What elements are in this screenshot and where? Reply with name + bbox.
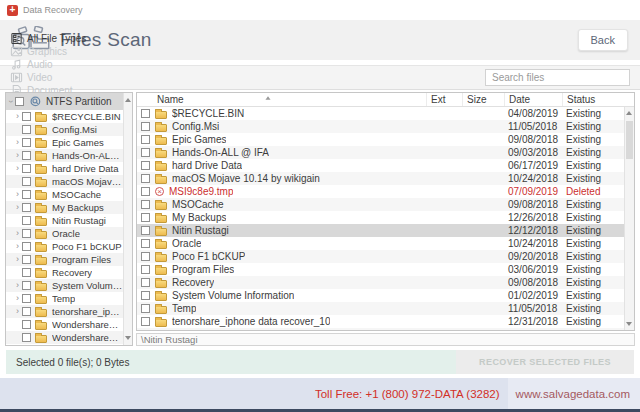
tree-item[interactable]: Nitin Rustagi [6, 214, 123, 227]
row-checkbox[interactable] [141, 239, 150, 248]
row-checkbox[interactable] [141, 109, 150, 118]
row-checkbox[interactable] [141, 304, 150, 313]
tree-item[interactable]: › System Volume ... [6, 279, 123, 292]
tree-item[interactable]: › MSOCache [6, 188, 123, 201]
filter-audio[interactable]: Audio [10, 58, 86, 71]
table-row[interactable]: Recovery 09/08/2018 Existing [137, 276, 634, 289]
chevron-right-icon[interactable]: › [13, 229, 22, 238]
tree-item[interactable]: › tenorshare_iph... [6, 305, 123, 318]
row-checkbox[interactable] [141, 174, 150, 183]
tree-item-checkbox[interactable] [22, 255, 31, 264]
tree-item-root[interactable]: › NTFS Partition [6, 93, 123, 110]
chevron-right-icon[interactable]: › [13, 255, 22, 264]
chevron-right-icon[interactable]: › [13, 307, 22, 316]
row-checkbox[interactable] [141, 291, 150, 300]
scroll-down-icon[interactable] [125, 336, 131, 340]
table-row[interactable]: Temp 11/05/2018 Existing [137, 302, 634, 315]
tree-item-checkbox[interactable] [22, 125, 31, 134]
chevron-right-icon[interactable]: › [13, 203, 22, 212]
tree-item-checkbox[interactable] [22, 294, 31, 303]
tree-item[interactable]: macOS Mojave ... [6, 175, 123, 188]
table-row[interactable]: × MSI9c8e9.tmp 07/09/2019 Deleted [137, 185, 634, 198]
row-checkbox[interactable] [141, 122, 150, 131]
table-row[interactable]: tenorshare_iphone data recover_10 12/31/… [137, 315, 634, 328]
tree-item-checkbox[interactable] [15, 97, 24, 106]
row-checkbox[interactable] [141, 252, 150, 261]
tree-item[interactable]: › Oracle [6, 227, 123, 240]
row-checkbox[interactable] [141, 161, 150, 170]
table-row[interactable]: $RECYCLE.BIN 04/08/2019 Existing [137, 107, 634, 120]
tree-item[interactable]: › My Backups [6, 201, 123, 214]
row-checkbox[interactable] [141, 278, 150, 287]
row-checkbox[interactable] [141, 226, 150, 235]
chevron-right-icon[interactable]: › [13, 281, 22, 290]
table-row[interactable] [137, 328, 634, 330]
tree-item-checkbox[interactable] [22, 216, 31, 225]
tree-item-checkbox[interactable] [22, 268, 31, 277]
chevron-right-icon[interactable]: › [13, 138, 22, 147]
recover-selected-files-button[interactable]: RECOVER SELECTED FILES [456, 350, 634, 374]
row-checkbox[interactable] [141, 148, 150, 157]
row-checkbox[interactable] [141, 200, 150, 209]
chevron-right-icon[interactable]: › [13, 164, 22, 173]
scroll-down-icon[interactable] [626, 322, 632, 326]
table-scrollbar[interactable] [624, 107, 634, 330]
sidebar-scrollbar[interactable] [123, 93, 132, 345]
chevron-down-icon[interactable]: › [6, 97, 15, 106]
tree-item-checkbox[interactable] [22, 333, 31, 342]
chevron-right-icon[interactable]: › [13, 151, 22, 160]
filter-graphics[interactable]: Graphics [10, 45, 86, 58]
column-header-size[interactable]: Size [462, 93, 504, 106]
tree-item[interactable]: › hard Drive Data [6, 162, 123, 175]
tree-item-checkbox[interactable] [22, 164, 31, 173]
table-row[interactable]: Oracle 10/24/2018 Existing [137, 237, 634, 250]
row-checkbox[interactable] [141, 317, 150, 326]
table-row[interactable]: System Volume Information 01/02/2019 Exi… [137, 289, 634, 302]
tree-item-checkbox[interactable] [22, 112, 31, 121]
tree-item[interactable]: Recovery [6, 266, 123, 279]
chevron-right-icon[interactable]: › [13, 294, 22, 303]
tree-item-checkbox[interactable] [22, 138, 31, 147]
column-header-status[interactable]: Status [562, 93, 624, 106]
website-link[interactable]: www.salvagedata.com [508, 378, 640, 409]
filter-video[interactable]: Video [10, 71, 86, 84]
tree-item[interactable]: Wondershare_D... [6, 331, 123, 344]
tree-item-checkbox[interactable] [22, 242, 31, 251]
column-header-ext[interactable]: Ext [426, 93, 462, 106]
table-row[interactable]: Poco F1 bCKUP 09/20/2018 Existing [137, 250, 634, 263]
current-path-field[interactable]: \Nitin Rustagi [136, 333, 635, 346]
table-row[interactable]: Nitin Rustagi 12/12/2018 Existing [137, 224, 634, 237]
row-checkbox[interactable] [141, 187, 150, 196]
tree-item[interactable]: › Program Files [6, 253, 123, 266]
tree-item[interactable]: Config.Msi [6, 123, 123, 136]
back-button[interactable]: Back [578, 29, 628, 51]
table-row[interactable]: Epic Games 09/08/2018 Existing [137, 133, 634, 146]
table-row[interactable]: hard Drive Data 06/17/2019 Existing [137, 159, 634, 172]
scrollbar-thumb[interactable] [626, 121, 633, 159]
tree-item[interactable]: › Temp [6, 292, 123, 305]
tree-item[interactable]: › Poco F1 bCKUP [6, 240, 123, 253]
tree-item[interactable]: Wondershare_D... [6, 318, 123, 331]
tree-item-checkbox[interactable] [22, 203, 31, 212]
table-row[interactable]: Config.Msi 11/05/2018 Existing [137, 120, 634, 133]
tree-item-checkbox[interactable] [22, 229, 31, 238]
chevron-right-icon[interactable]: › [13, 242, 22, 251]
filter-all-file-types[interactable]: All File Types [10, 32, 86, 45]
tree-item-checkbox[interactable] [22, 151, 31, 160]
scroll-up-icon[interactable] [125, 98, 131, 102]
tree-item[interactable]: › $RECYCLE.BIN [6, 110, 123, 123]
tree-item-checkbox[interactable] [22, 320, 31, 329]
tree-item[interactable]: › Hands-On-ALL ... [6, 149, 123, 162]
table-row[interactable]: Program Files 03/06/2019 Existing [137, 263, 634, 276]
scroll-up-icon[interactable] [626, 111, 632, 115]
tree-item[interactable]: › Epic Games [6, 136, 123, 149]
tree-item-checkbox[interactable] [22, 190, 31, 199]
tree-item-checkbox[interactable] [22, 307, 31, 316]
search-input[interactable] [485, 69, 630, 86]
column-header-date[interactable]: Date [504, 93, 562, 106]
table-row[interactable]: macOS Mojave 10.14 by wikigain 10/24/201… [137, 172, 634, 185]
tree-item-checkbox[interactable] [22, 281, 31, 290]
chevron-right-icon[interactable]: › [13, 190, 22, 199]
row-checkbox[interactable] [141, 213, 150, 222]
chevron-right-icon[interactable]: › [13, 112, 22, 121]
